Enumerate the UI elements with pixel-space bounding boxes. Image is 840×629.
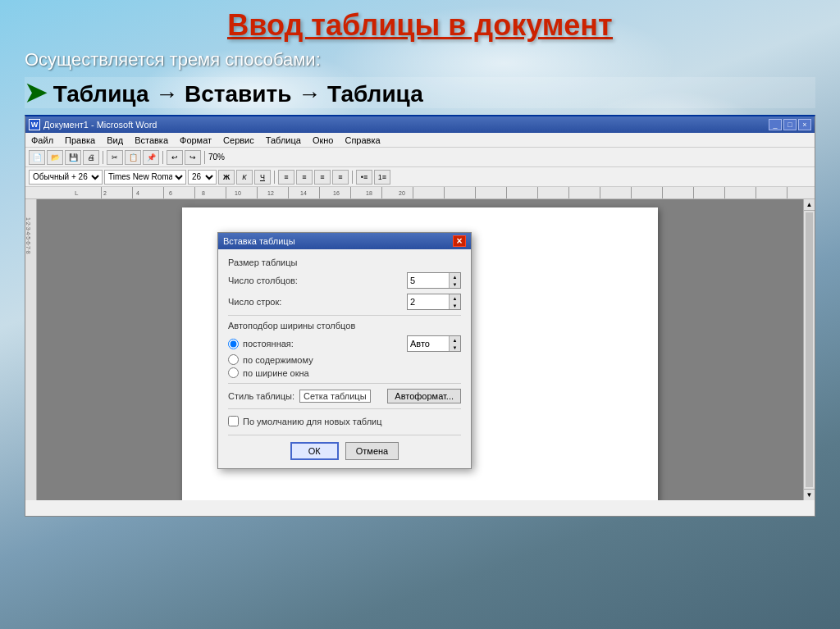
radio-fixed-label: постоянная: xyxy=(243,339,294,349)
vertical-ruler: 1·2·3·4·5·6·7·8 xyxy=(25,199,37,500)
word-icon: W xyxy=(29,119,40,130)
maximize-button[interactable]: □ xyxy=(783,119,797,130)
word-body: 1·2·3·4·5·6·7·8 / Вставка таблицы × xyxy=(25,199,815,500)
ok-button[interactable]: ОК xyxy=(290,442,339,460)
auto-spinner-up[interactable]: ▲ xyxy=(450,336,460,344)
insert-table-dialog: Вставка таблицы × Размер таблицы Число с… xyxy=(217,232,472,469)
paste-btn[interactable]: 📌 xyxy=(143,150,159,165)
ruler-marks: L 2 4 6 8 10 12 14 16 18 20 xyxy=(71,187,815,198)
row-spinner-up[interactable]: ▲ xyxy=(450,294,460,302)
row-input[interactable] xyxy=(408,294,449,309)
radio-content-label: по содержимому xyxy=(243,355,313,365)
sep4 xyxy=(274,171,275,184)
divider3 xyxy=(228,408,461,409)
col-spinner-down[interactable]: ▼ xyxy=(450,280,460,288)
slide-title: Ввод таблицы в документ xyxy=(25,8,815,43)
zoom-label: 70% xyxy=(208,153,225,162)
slide-content: Ввод таблицы в документ Осуществляется т… xyxy=(0,0,840,525)
auto-input[interactable] xyxy=(408,336,449,351)
dialog-title: Вставка таблицы xyxy=(223,236,295,246)
vertical-scrollbar[interactable]: ▲ ▼ xyxy=(803,199,815,500)
sep3 xyxy=(204,151,205,164)
underline-btn[interactable]: Ч xyxy=(254,170,271,185)
font-select[interactable]: Times New Roman xyxy=(104,170,186,185)
menu-help[interactable]: Справка xyxy=(342,135,382,145)
row-spinner: ▲ ▼ xyxy=(449,294,460,309)
slide-method: ➤ Таблица → Вставить → Таблица xyxy=(25,77,815,108)
menu-format[interactable]: Формат xyxy=(177,135,214,145)
col-spinner-up[interactable]: ▲ xyxy=(450,273,460,280)
menu-table[interactable]: Таблица xyxy=(263,135,304,145)
align-right-btn[interactable]: ≡ xyxy=(314,170,331,185)
auto-input-group: ▲ ▼ xyxy=(407,335,461,352)
dialog-buttons: ОК Отмена xyxy=(228,435,461,460)
slide-subtitle: Осуществляется тремя способами: xyxy=(25,49,815,71)
col-label: Число столбцов: xyxy=(228,276,402,285)
autoformat-button[interactable]: Автоформат... xyxy=(387,389,461,403)
menu-file[interactable]: Файл xyxy=(29,135,56,145)
row-spinner-down[interactable]: ▼ xyxy=(450,302,460,309)
print-btn[interactable]: 🖨 xyxy=(83,150,99,165)
radio-window[interactable] xyxy=(228,367,239,378)
row-input-group: ▲ ▼ xyxy=(407,294,461,310)
menu-bar: Файл Правка Вид Вставка Формат Сервис Та… xyxy=(25,133,815,148)
minimize-button[interactable]: _ xyxy=(769,119,782,130)
window-controls: _ □ × xyxy=(769,119,811,130)
cancel-button[interactable]: Отмена xyxy=(345,442,399,460)
save-btn[interactable]: 💾 xyxy=(65,150,81,165)
format-toolbar: Обычный + 26 г Times New Roman 26 Ж К Ч … xyxy=(25,167,815,187)
row-label: Число строк: xyxy=(228,297,402,307)
dialog-close-button[interactable]: × xyxy=(453,235,466,247)
radio-content[interactable] xyxy=(228,354,239,365)
bold-btn[interactable]: Ж xyxy=(218,170,235,185)
auto-spinner-down[interactable]: ▼ xyxy=(450,344,460,351)
radio-fixed[interactable] xyxy=(228,339,239,349)
radio-window-label: по ширине окна xyxy=(243,368,309,378)
style-select[interactable]: Обычный + 26 г xyxy=(29,170,103,185)
document-area[interactable]: / Вставка таблицы × Размер таблицы Чис xyxy=(37,199,803,500)
menu-view[interactable]: Вид xyxy=(104,135,126,145)
menu-tools[interactable]: Сервис xyxy=(221,135,257,145)
copy-btn[interactable]: 📋 xyxy=(125,150,141,165)
align-left-btn[interactable]: ≡ xyxy=(278,170,294,185)
checkbox-label: По умолчанию для новых таблиц xyxy=(243,417,382,426)
redo-btn[interactable]: ↪ xyxy=(185,150,201,165)
style-value: Сетка таблицы xyxy=(299,390,371,403)
open-btn[interactable]: 📂 xyxy=(47,150,63,165)
cut-btn[interactable]: ✂ xyxy=(107,150,123,165)
scroll-thumb[interactable] xyxy=(806,212,813,487)
italic-btn[interactable]: К xyxy=(236,170,253,185)
bullet-btn[interactable]: •≡ xyxy=(356,170,372,185)
ruler: L 2 4 6 8 10 12 14 16 18 20 xyxy=(25,187,815,199)
new-btn[interactable]: 📄 xyxy=(29,150,45,165)
checkbox-row: По умолчанию для новых таблиц xyxy=(228,416,461,426)
menu-insert[interactable]: Вставка xyxy=(132,135,171,145)
method-text: Таблица → Вставить → Таблица xyxy=(53,81,423,107)
scroll-up[interactable]: ▲ xyxy=(804,199,815,211)
columns-row: Число столбцов: ▲ ▼ xyxy=(228,272,461,289)
sep1 xyxy=(103,151,103,164)
align-center-btn[interactable]: ≡ xyxy=(296,170,313,185)
auto-spinner: ▲ ▼ xyxy=(449,336,460,351)
col-input[interactable] xyxy=(408,273,449,288)
size-select[interactable]: 26 xyxy=(188,170,217,185)
style-row: Стиль таблицы: Сетка таблицы Автоформат.… xyxy=(228,389,461,403)
menu-edit[interactable]: Правка xyxy=(62,135,98,145)
align-justify-btn[interactable]: ≡ xyxy=(332,170,349,185)
sep2 xyxy=(162,151,163,164)
default-checkbox[interactable] xyxy=(228,416,239,426)
word-window: W Документ1 - Microsoft Word _ □ × Файл … xyxy=(25,115,815,517)
number-btn[interactable]: 1≡ xyxy=(374,170,390,185)
radio-row-2: по содержимому xyxy=(228,354,461,365)
radio-row-3: по ширине окна xyxy=(228,367,461,378)
col-spinner: ▲ ▼ xyxy=(449,273,460,288)
divider1 xyxy=(228,315,461,316)
scroll-down[interactable]: ▼ xyxy=(804,489,815,500)
close-button[interactable]: × xyxy=(798,119,811,130)
dialog-body: Размер таблицы Число столбцов: ▲ ▼ xyxy=(218,249,471,468)
word-title: Документ1 - Microsoft Word xyxy=(43,120,769,130)
arrow-prefix: ➤ xyxy=(25,78,47,107)
section-size-label: Размер таблицы xyxy=(228,258,461,267)
menu-window[interactable]: Окно xyxy=(310,135,336,145)
undo-btn[interactable]: ↩ xyxy=(167,150,183,165)
